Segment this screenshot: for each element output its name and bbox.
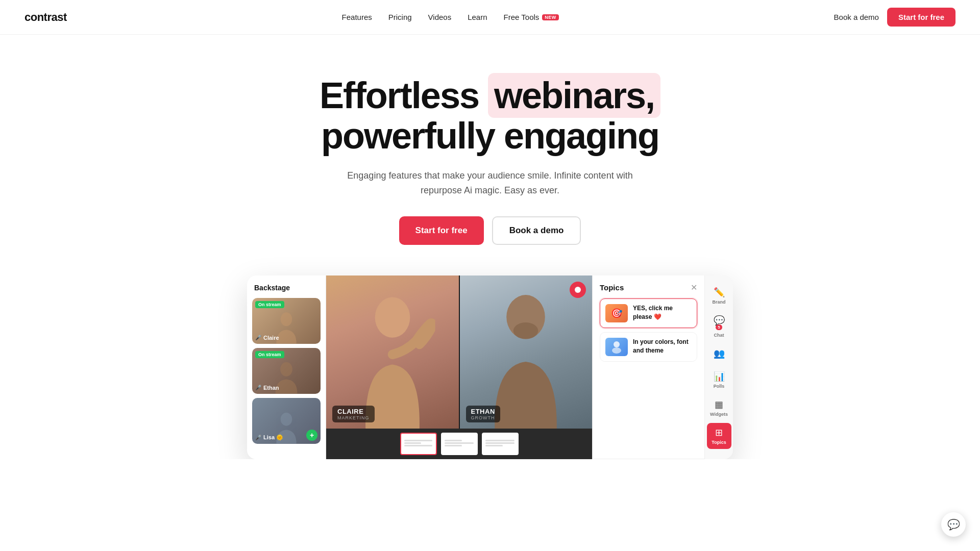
nav-free-tools[interactable]: Free Tools new	[504, 13, 559, 21]
svg-point-3	[375, 297, 410, 338]
video-claire: CLAIRE MARKETING	[326, 276, 459, 429]
topic-thumb-2	[605, 338, 628, 356]
sidebar-widgets-icon[interactable]: ▦ Widgets	[707, 395, 731, 421]
nav-features[interactable]: Features	[342, 13, 372, 21]
topic-card-1[interactable]: 🎯 YES, click me please ❤️	[600, 298, 697, 328]
on-stream-badge-claire: On stream	[255, 301, 284, 308]
topics-content: Topics ✕ 🎯 YES, click me please ❤️ In yo…	[593, 276, 704, 459]
mic-icon-claire: 🎤	[255, 335, 261, 340]
book-demo-nav-button[interactable]: Book a demo	[834, 13, 879, 21]
polls-label: Polls	[714, 384, 725, 389]
topics-panel: Topics ✕ 🎯 YES, click me please ❤️ In yo…	[592, 276, 704, 459]
slide-thumb-2[interactable]	[441, 433, 478, 455]
hero-buttons: Start for free Book a demo	[24, 216, 955, 245]
topic-icon-2	[609, 340, 624, 354]
hero-headline: Effortless webinars, powerfully engaging	[24, 76, 955, 156]
hero-subtext: Engaging features that make your audienc…	[347, 168, 633, 198]
claire-nameplate: CLAIRE MARKETING	[332, 406, 375, 422]
chat-label: Chat	[714, 333, 724, 338]
topics-header: Topics ✕	[600, 283, 697, 292]
add-participant-btn[interactable]: +	[306, 430, 317, 441]
svg-point-1	[280, 362, 292, 377]
ethan-nameplate: ETHAN GROWTH	[466, 406, 500, 422]
topics-close-button[interactable]: ✕	[691, 283, 697, 292]
backstage-sidebar: Backstage On stream 🎤 Claire On stream	[247, 276, 326, 459]
svg-point-6	[614, 341, 620, 347]
nav-videos[interactable]: Videos	[428, 13, 452, 21]
claire-name: 🎤 Claire	[255, 335, 279, 341]
on-stream-badge-ethan: On stream	[255, 351, 284, 358]
app-frame: Backstage On stream 🎤 Claire On stream	[247, 276, 733, 459]
slide-thumb-3[interactable]	[482, 433, 519, 455]
people-glyph: 👥	[714, 348, 725, 359]
sidebar-polls-icon[interactable]: 📊 Polls	[707, 367, 731, 393]
book-demo-hero-button[interactable]: Book a demo	[492, 216, 581, 245]
topics-title: Topics	[600, 283, 624, 292]
sidebar-chat-icon[interactable]: 💬 5 Chat	[707, 311, 731, 342]
start-free-hero-button[interactable]: Start for free	[399, 216, 484, 245]
lisa-name: 🎤 Lisa 🌞	[255, 434, 283, 441]
sidebar-brand-icon[interactable]: ✏️ Brand	[707, 283, 731, 309]
slide-thumb-1[interactable]	[400, 433, 437, 455]
hero-highlight: webinars,	[488, 73, 660, 118]
topic-card-2[interactable]: In your colors, font and theme	[600, 332, 697, 362]
topics-glyph: ⊞	[715, 427, 723, 438]
ethan-name: 🎤 Ethan	[255, 385, 279, 391]
sidebar-topics-icon[interactable]: ⊞ Topics	[707, 423, 731, 449]
nav-pricing[interactable]: Pricing	[388, 13, 412, 21]
brand-label: Brand	[712, 299, 725, 305]
nav-links: Features Pricing Videos Learn Free Tools…	[342, 13, 559, 21]
navbar: contrast Features Pricing Videos Learn F…	[0, 0, 980, 35]
hero-section: Effortless webinars, powerfully engaging…	[0, 35, 980, 276]
participant-claire[interactable]: On stream 🎤 Claire	[252, 298, 321, 344]
topic-text-1: YES, click me please ❤️	[633, 304, 692, 321]
polls-glyph: 📊	[714, 371, 725, 382]
topics-sidebar-label: Topics	[712, 440, 726, 445]
start-free-nav-button[interactable]: Start for free	[887, 8, 955, 27]
participant-lisa[interactable]: + 🎤 Lisa 🌞	[252, 398, 321, 444]
mic-icon-lisa: 🎤	[255, 435, 261, 440]
nav-free-tools-link[interactable]: Free Tools	[504, 13, 540, 21]
slides-strip	[326, 429, 592, 459]
widgets-label: Widgets	[710, 412, 728, 417]
nav-learn[interactable]: Learn	[468, 13, 487, 21]
record-button[interactable]	[570, 282, 586, 298]
participant-ethan[interactable]: On stream 🎤 Ethan	[252, 348, 321, 394]
svg-point-7	[612, 347, 621, 354]
app-preview-wrapper: Backstage On stream 🎤 Claire On stream	[235, 276, 745, 459]
brand-glyph: ✏️	[714, 287, 725, 298]
topic-text-2: In your colors, font and theme	[633, 338, 692, 355]
svg-point-5	[513, 322, 538, 339]
right-icon-sidebar: ✏️ Brand 💬 5 Chat 👥 📊 Polls ▦ Widgets	[704, 276, 733, 459]
backstage-title: Backstage	[252, 284, 321, 292]
mic-icon-ethan: 🎤	[255, 385, 261, 390]
video-cells: CLAIRE MARKETING	[326, 276, 592, 429]
record-dot	[575, 287, 581, 293]
video-ethan: ETHAN GROWTH	[460, 276, 593, 429]
nav-actions: Book a demo Start for free	[834, 8, 955, 27]
sidebar-people-icon[interactable]: 👥	[707, 344, 731, 365]
main-video-area: CLAIRE MARKETING	[326, 276, 592, 459]
new-badge: new	[542, 14, 559, 20]
widgets-glyph: ▦	[715, 399, 723, 410]
svg-point-2	[281, 413, 292, 426]
topic-thumb-1: 🎯	[605, 304, 628, 322]
chat-badge: 5	[716, 324, 722, 330]
svg-point-0	[281, 313, 292, 327]
logo: contrast	[24, 11, 67, 24]
